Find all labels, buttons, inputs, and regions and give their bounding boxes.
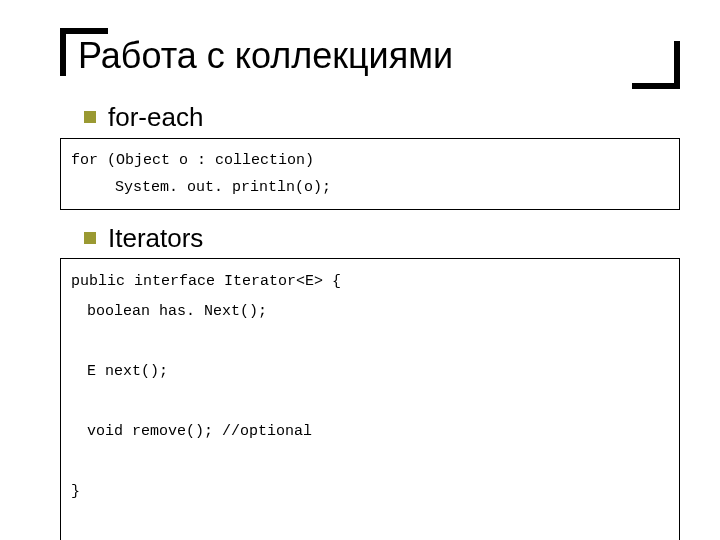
bracket-corner-icon <box>674 41 680 89</box>
page-title: Работа с коллекциями <box>78 34 668 77</box>
bracket-corner-icon <box>60 28 66 76</box>
code-line: for (Object o : collection) <box>71 152 314 169</box>
code-foreach: for (Object o : collection) System. out.… <box>60 138 680 210</box>
square-bullet-icon <box>84 111 96 123</box>
bracket-corner-icon <box>60 28 108 34</box>
code-line: } <box>71 483 80 500</box>
bracket-corner-icon <box>632 83 680 89</box>
bullet-iterators: Iterators <box>84 224 680 253</box>
bullet-label: for-each <box>108 103 203 132</box>
code-iterator: public interface Iterator<E> { boolean h… <box>60 258 680 540</box>
code-line: System. out. println(o); <box>71 174 669 201</box>
code-line: public interface Iterator<E> { <box>71 273 341 290</box>
slide: Работа с коллекциями for-each for (Objec… <box>0 0 720 540</box>
square-bullet-icon <box>84 232 96 244</box>
bullet-label: Iterators <box>108 224 203 253</box>
title-block: Работа с коллекциями <box>60 28 680 89</box>
code-line: void remove(); //optional <box>71 417 669 447</box>
code-line: E next(); <box>71 357 669 387</box>
code-line: boolean has. Next(); <box>71 297 669 327</box>
bullet-foreach: for-each <box>84 103 680 132</box>
